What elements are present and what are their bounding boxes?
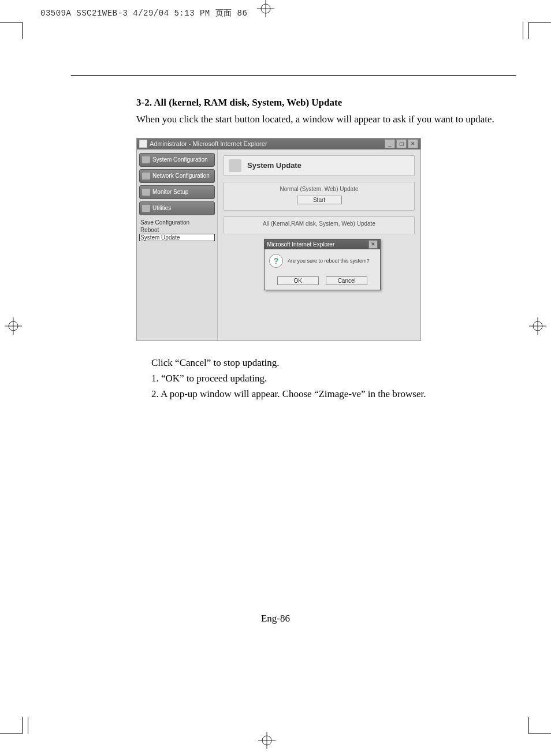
panel-title-text: System Update [247, 161, 301, 170]
nav-network-configuration[interactable]: Network Configuration [139, 169, 215, 183]
crop-mark [523, 22, 523, 39]
dialog-buttons: OK Cancel [265, 272, 380, 290]
crop-mark [529, 733, 551, 734]
section-heading: 3-2. All (kernel, RAM disk, System, Web)… [136, 97, 518, 108]
crop-mark [28, 717, 28, 734]
registration-mark-icon [257, 0, 274, 17]
monitor-icon [142, 156, 150, 163]
section-label: All (Kernal,RAM disk, System, Web) Updat… [224, 220, 414, 227]
window-titlebar: Administrator - Microsoft Internet Explo… [137, 139, 420, 149]
dialog-message: Are you sure to reboot this system? [288, 258, 370, 264]
nav-utilities[interactable]: Utilities [139, 201, 215, 215]
instruction-line: Click “Cancel” to stop updating. [151, 355, 518, 370]
section-label: Normal (System, Web) Update [224, 186, 414, 192]
intro-paragraph: When you click the start button located,… [136, 113, 518, 126]
page-number: Eng-86 [0, 613, 551, 624]
main-panel: System Update Normal (System, Web) Updat… [218, 149, 420, 340]
display-icon [142, 189, 150, 196]
start-button[interactable]: Start [297, 196, 342, 204]
utilities-sublist: Save Configuration Reboot System Update [139, 219, 215, 241]
crop-mark [22, 22, 23, 39]
horizontal-rule [71, 75, 516, 76]
instructions-after: Click “Cancel” to stop updating. 1. “OK”… [136, 355, 518, 402]
normal-update-section: Normal (System, Web) Update Start [224, 182, 415, 211]
instruction-line: 2. A pop-up window will appear. Choose “… [151, 386, 518, 402]
crop-mark [22, 717, 23, 734]
maximize-button[interactable]: ▢ [396, 139, 407, 148]
dialog-titlebar: Microsoft Internet Explorer ✕ [265, 239, 380, 249]
dialog-title: Microsoft Internet Explorer [267, 241, 334, 248]
embedded-screenshot: Administrator - Microsoft Internet Explo… [136, 138, 421, 341]
dialog-body: ? Are you sure to reboot this system? [265, 249, 380, 272]
nav-label: Utilities [152, 205, 171, 211]
ok-button[interactable]: OK [277, 276, 319, 285]
nav-label: System Configuration [152, 156, 208, 163]
ie-document-icon [139, 140, 147, 148]
content-area: 3-2. All (kernel, RAM disk, System, Web)… [136, 97, 518, 402]
tools-icon [142, 205, 150, 212]
instruction-line: 1. “OK” to proceed updating. [151, 370, 518, 386]
window-title: Administrator - Microsoft Internet Explo… [150, 140, 267, 147]
nav-monitor-setup[interactable]: Monitor Setup [139, 185, 215, 199]
confirm-dialog: Microsoft Internet Explorer ✕ ? Are you … [264, 239, 381, 290]
registration-mark-icon [258, 732, 276, 749]
crop-mark [0, 733, 22, 734]
panel-title-bar: System Update [224, 155, 415, 176]
nav-label: Monitor Setup [152, 189, 188, 195]
registration-mark-icon [529, 317, 546, 335]
sublist-system-update[interactable]: System Update [139, 234, 215, 241]
sidebar: System Configuration Network Configurati… [137, 149, 218, 340]
crop-mark [528, 22, 529, 39]
sublist-reboot[interactable]: Reboot [139, 226, 215, 234]
sublist-save-configuration[interactable]: Save Configuration [139, 219, 215, 226]
crop-mark [0, 22, 22, 23]
question-icon: ? [269, 254, 283, 268]
dialog-close-button[interactable]: ✕ [368, 240, 378, 249]
network-icon [142, 173, 150, 179]
nav-label: Network Configuration [152, 173, 210, 179]
print-header: 03509A SSC21WEB-3 4/29/04 5:13 PM 页面 86 [40, 8, 247, 18]
cancel-button[interactable]: Cancel [326, 276, 367, 285]
all-update-section: All (Kernal,RAM disk, System, Web) Updat… [224, 216, 415, 234]
close-button[interactable]: ✕ [408, 139, 418, 148]
crop-mark [528, 717, 529, 734]
nav-system-configuration[interactable]: System Configuration [139, 153, 215, 167]
minimize-button[interactable]: _ [385, 139, 395, 148]
registration-mark-icon [5, 317, 22, 335]
page: 03509A SSC21WEB-3 4/29/04 5:13 PM 页面 86 … [0, 0, 551, 756]
update-icon [229, 159, 241, 172]
crop-mark [529, 22, 551, 23]
